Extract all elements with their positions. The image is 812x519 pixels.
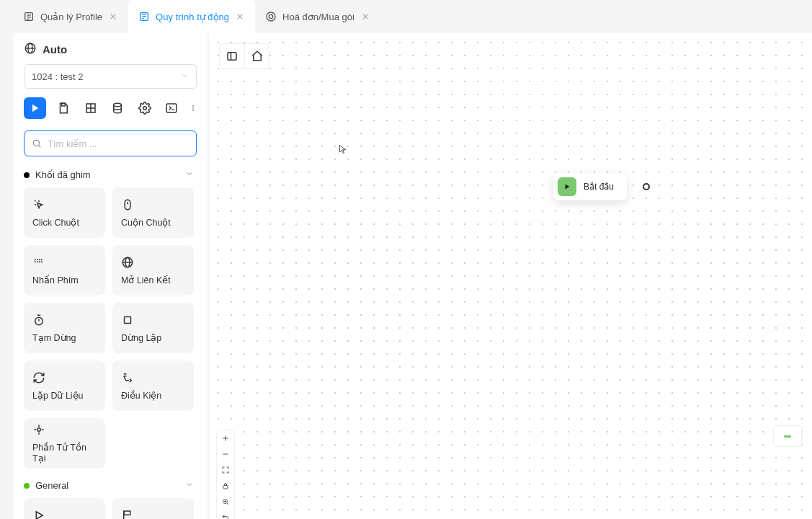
svg-point-38 xyxy=(39,261,40,262)
close-icon[interactable] xyxy=(235,12,245,22)
block-scroll[interactable]: Cuộn Chuột xyxy=(112,187,194,238)
block-label: Dừng Lặp xyxy=(121,332,185,343)
run-button[interactable] xyxy=(24,97,46,119)
group-pinned-header[interactable]: Khối đã ghim xyxy=(24,169,194,180)
dot-icon xyxy=(24,483,30,489)
block-click[interactable]: Click Chuột xyxy=(24,187,105,238)
tab-profiles[interactable]: Quản lý Profile xyxy=(13,0,128,33)
block-element-exists[interactable]: Phần Tử Tồn Tại xyxy=(24,418,105,469)
svg-rect-30 xyxy=(125,200,130,210)
more-button[interactable] xyxy=(189,97,197,119)
svg-rect-46 xyxy=(125,316,131,323)
svg-point-22 xyxy=(143,107,147,110)
svg-point-39 xyxy=(41,261,43,262)
svg-point-25 xyxy=(192,105,194,107)
mouse-icon xyxy=(121,198,134,211)
canvas-controls xyxy=(216,430,235,519)
svg-point-47 xyxy=(37,428,41,432)
svg-marker-16 xyxy=(32,105,38,112)
block-condition[interactable]: Điều Kiện xyxy=(112,360,194,411)
sidebar-title: Auto xyxy=(43,43,67,56)
reset-zoom-button[interactable] xyxy=(217,494,234,510)
minimap-node xyxy=(784,435,791,438)
search-icon xyxy=(32,138,42,148)
svg-marker-57 xyxy=(566,185,570,190)
svg-line-65 xyxy=(227,503,229,505)
stop-icon xyxy=(121,314,134,327)
cursor-icon xyxy=(339,143,349,156)
undo-button[interactable] xyxy=(217,510,234,519)
cursor-click-icon xyxy=(32,198,45,211)
select-value: 1024 : test 2 xyxy=(32,71,84,82)
globe-icon xyxy=(24,42,37,57)
close-icon[interactable] xyxy=(360,12,370,22)
svg-point-34 xyxy=(39,259,40,260)
sidebar-toolbar xyxy=(24,97,197,119)
chevron-down-icon xyxy=(185,169,194,180)
play-icon xyxy=(558,177,576,196)
loop-icon xyxy=(32,371,45,384)
zoom-in-button[interactable] xyxy=(217,430,234,446)
block-label: Lặp Dữ Liệu xyxy=(32,390,97,401)
search-input[interactable] xyxy=(48,138,189,149)
table-button[interactable] xyxy=(81,97,99,119)
globe-icon xyxy=(121,256,134,269)
toggle-sidebar-button[interactable] xyxy=(220,44,244,68)
block-label: Mở Liên Kết xyxy=(121,275,185,285)
keyboard-icon xyxy=(32,256,45,269)
save-button[interactable] xyxy=(55,97,73,119)
canvas[interactable]: Bắt đầu xyxy=(209,33,812,519)
lock-button[interactable] xyxy=(217,478,234,494)
block-keypress[interactable]: Nhấn Phím xyxy=(24,245,105,296)
tab-label: Quản lý Profile xyxy=(40,12,102,22)
tabs-bar: Quản lý Profile Quy trình tự động Hoá đơ… xyxy=(0,0,812,33)
block-start[interactable]: Bắt Đầu xyxy=(24,498,105,519)
block-loop-data[interactable]: Lặp Dữ Liệu xyxy=(24,360,105,411)
svg-point-9 xyxy=(267,12,275,21)
tab-automation[interactable]: Quy trình tự động xyxy=(128,0,255,33)
receipt-icon xyxy=(265,11,277,22)
svg-point-27 xyxy=(192,110,194,111)
canvas-toolbar xyxy=(219,43,269,69)
node-label: Bắt đầu xyxy=(584,182,614,192)
output-port[interactable] xyxy=(643,183,650,190)
stopwatch-icon xyxy=(32,314,45,327)
settings-button[interactable] xyxy=(135,97,153,119)
tab-label: Hoá đơn/Mua gói xyxy=(282,12,354,22)
play-icon xyxy=(32,509,45,520)
tab-billing[interactable]: Hoá đơn/Mua gói xyxy=(255,0,380,33)
svg-point-33 xyxy=(37,259,38,260)
home-button[interactable] xyxy=(244,44,269,68)
svg-point-37 xyxy=(37,261,38,262)
svg-rect-17 xyxy=(62,103,66,106)
svg-rect-55 xyxy=(228,53,236,61)
search-input-wrapper[interactable] xyxy=(24,130,197,156)
chevron-down-icon xyxy=(180,71,189,82)
svg-rect-61 xyxy=(223,486,228,489)
fit-button[interactable] xyxy=(217,462,234,478)
canvas-start-node[interactable]: Bắt đầu xyxy=(553,173,627,200)
minimap[interactable] xyxy=(773,425,802,447)
block-end[interactable]: Kết Thúc xyxy=(112,498,194,519)
block-label: Nhấn Phím xyxy=(32,275,97,285)
group-general-header[interactable]: General xyxy=(24,480,194,491)
profile-select[interactable]: 1024 : test 2 xyxy=(24,64,197,89)
block-label: Click Chuột xyxy=(32,217,97,228)
block-open-link[interactable]: Mở Liên Kết xyxy=(112,245,194,296)
data-button[interactable] xyxy=(109,97,127,119)
svg-point-32 xyxy=(35,259,36,260)
terminal-button[interactable] xyxy=(163,97,181,119)
flow-icon xyxy=(138,11,150,22)
svg-point-28 xyxy=(33,140,39,146)
group-label: Khối đã ghim xyxy=(35,169,91,180)
chevron-down-icon xyxy=(185,480,194,491)
close-icon[interactable] xyxy=(108,12,118,22)
block-pause[interactable]: Tạm Dừng xyxy=(24,303,105,353)
zoom-out-button[interactable] xyxy=(217,446,234,462)
block-label: Điều Kiện xyxy=(121,390,185,401)
branch-icon xyxy=(121,371,134,384)
block-stop-loop[interactable]: Dừng Lặp xyxy=(112,303,194,353)
target-icon xyxy=(32,423,45,436)
svg-point-26 xyxy=(192,107,194,109)
list-icon xyxy=(23,11,35,22)
